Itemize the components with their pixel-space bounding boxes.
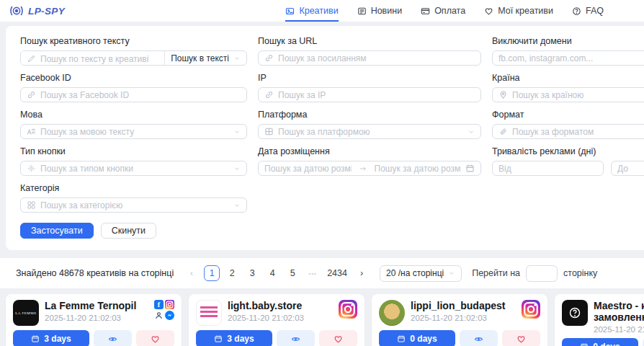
results-summary: Знайдено 48678 креативів на сторінці bbox=[16, 268, 174, 278]
date-start-placeholder[interactable]: Пошук за датою розміщення bbox=[264, 164, 352, 174]
button-type-select[interactable] bbox=[20, 161, 247, 176]
format-field[interactable] bbox=[512, 127, 644, 137]
creative-text-input[interactable] bbox=[21, 51, 164, 66]
apply-button[interactable]: Застосувати bbox=[20, 223, 94, 239]
ip-input[interactable] bbox=[258, 87, 481, 102]
language-field[interactable] bbox=[40, 127, 229, 137]
facebook-id-field[interactable] bbox=[40, 90, 241, 100]
url-input[interactable] bbox=[258, 50, 481, 66]
avatar: LA FEMME bbox=[13, 300, 39, 326]
credit-card-icon bbox=[421, 6, 430, 16]
text-search-mode-select[interactable]: Пошук в тексті bbox=[164, 51, 246, 65]
eye-icon bbox=[474, 334, 483, 344]
platform-select[interactable] bbox=[258, 124, 481, 139]
page-button-2[interactable]: 2 bbox=[224, 265, 240, 281]
field-label: Країна bbox=[492, 73, 644, 83]
chevron-down-icon bbox=[233, 165, 241, 172]
category-select[interactable] bbox=[20, 198, 247, 213]
view-button[interactable] bbox=[277, 330, 315, 346]
field-label: Тип кнопки bbox=[20, 146, 247, 156]
favorite-button[interactable] bbox=[319, 330, 357, 346]
favorite-button[interactable] bbox=[136, 330, 174, 346]
pagination-ellipsis[interactable]: ••• bbox=[305, 265, 321, 281]
field-button-type: Тип кнопки bbox=[20, 146, 247, 176]
card-title: Maestro - кухні, меблі на замовлення в У… bbox=[594, 300, 644, 323]
chevron-down-icon bbox=[233, 55, 241, 62]
main-nav: Креативи Новини Оплата Мої креативи FAQ bbox=[285, 0, 604, 22]
view-button[interactable] bbox=[460, 330, 498, 346]
instagram-icon[interactable] bbox=[165, 300, 174, 309]
nav-item-faq[interactable]: FAQ bbox=[572, 0, 604, 22]
favorite-button[interactable] bbox=[502, 330, 540, 346]
format-input[interactable] bbox=[492, 124, 644, 139]
nav-item-creatives[interactable]: Креативи bbox=[285, 0, 338, 22]
creative-card[interactable]: LA FEMME La Femme Ternopil 2025-11-20 21… bbox=[6, 294, 182, 346]
ip-field[interactable] bbox=[278, 90, 475, 100]
prev-page-button[interactable]: ‹ bbox=[184, 265, 200, 281]
days-button[interactable]: 3 days bbox=[13, 330, 89, 346]
instagram-icon[interactable] bbox=[339, 300, 357, 319]
heart-icon bbox=[334, 334, 343, 344]
duration-to-field[interactable] bbox=[617, 164, 644, 174]
jump-page-input[interactable] bbox=[526, 265, 558, 282]
link-icon bbox=[264, 53, 274, 63]
nav-item-my-creatives[interactable]: Мої креативи bbox=[484, 0, 553, 22]
field-label: Facebook ID bbox=[20, 73, 247, 83]
date-end-placeholder[interactable]: Пошук за датою розміщення bbox=[375, 164, 462, 174]
creative-card[interactable]: lippi_lion_budapest 2025-11-20 21:02:03 … bbox=[372, 294, 547, 346]
creative-card[interactable]: light.baby.store 2025-11-20 21:02:03 3 d… bbox=[189, 294, 365, 346]
page-button-3[interactable]: 3 bbox=[244, 265, 260, 281]
reset-button[interactable]: Скинути bbox=[101, 223, 156, 239]
chevron-down-icon bbox=[233, 202, 241, 209]
days-button[interactable]: 0 days bbox=[379, 330, 455, 346]
profile-icon[interactable] bbox=[154, 311, 164, 320]
logo[interactable]: LP-SPY bbox=[9, 5, 65, 17]
nav-label: Новини bbox=[371, 6, 403, 16]
calendar-icon bbox=[465, 164, 475, 173]
field-ip: IP bbox=[258, 73, 481, 102]
category-grid-icon bbox=[27, 200, 36, 210]
field-placement-date: Дата розміщення Пошук за датою розміщенн… bbox=[258, 146, 481, 176]
url-field[interactable] bbox=[278, 53, 475, 63]
nav-item-payment[interactable]: Оплата bbox=[421, 0, 465, 22]
platform-field[interactable] bbox=[278, 127, 463, 137]
facebook-id-input[interactable] bbox=[20, 87, 247, 102]
page-size-select[interactable]: 20 /на сторінці bbox=[380, 265, 462, 282]
nav-label: Оплата bbox=[434, 6, 465, 16]
duration-from-input[interactable] bbox=[492, 161, 604, 176]
avatar bbox=[562, 300, 588, 326]
calendar-icon bbox=[580, 342, 589, 346]
duration-to-input[interactable] bbox=[611, 161, 644, 176]
facebook-icon[interactable]: f bbox=[154, 300, 164, 309]
next-page-button[interactable]: › bbox=[354, 265, 370, 281]
platform-grid-icon bbox=[264, 127, 274, 136]
duration-from-field[interactable] bbox=[498, 164, 597, 174]
country-input[interactable] bbox=[492, 87, 644, 102]
date-range-picker[interactable]: Пошук за датою розміщення Пошук за датою… bbox=[258, 161, 481, 176]
page-button-1[interactable]: 1 bbox=[204, 265, 220, 281]
picture-icon bbox=[285, 6, 295, 16]
creative-card[interactable]: Maestro - кухні, меблі на замовлення в У… bbox=[555, 294, 644, 346]
page-button-5[interactable]: 5 bbox=[285, 265, 300, 281]
page-size-value: 20 /на сторінці bbox=[386, 268, 444, 278]
category-field[interactable] bbox=[40, 200, 229, 210]
field-category: Категорія bbox=[20, 183, 247, 213]
view-button[interactable] bbox=[94, 330, 132, 346]
creative-text-field[interactable] bbox=[40, 54, 158, 64]
messenger-icon[interactable] bbox=[165, 311, 174, 320]
card-title: La Femme Ternopil bbox=[45, 300, 148, 311]
instagram-icon[interactable] bbox=[522, 300, 540, 319]
days-button[interactable]: 0 days bbox=[562, 338, 638, 346]
exclude-domains-input[interactable] bbox=[492, 50, 644, 66]
field-format: Формат bbox=[492, 110, 644, 139]
nav-item-news[interactable]: Новини bbox=[357, 0, 403, 22]
page-button-last[interactable]: 2434 bbox=[325, 265, 349, 281]
question-icon bbox=[572, 6, 581, 16]
country-field[interactable] bbox=[512, 90, 644, 100]
days-button[interactable]: 3 days bbox=[196, 330, 272, 346]
language-select[interactable] bbox=[20, 124, 247, 139]
page-button-4[interactable]: 4 bbox=[264, 265, 280, 281]
paperclip-icon bbox=[498, 127, 508, 136]
button-type-field[interactable] bbox=[40, 164, 229, 174]
exclude-domains-field[interactable] bbox=[498, 53, 644, 63]
